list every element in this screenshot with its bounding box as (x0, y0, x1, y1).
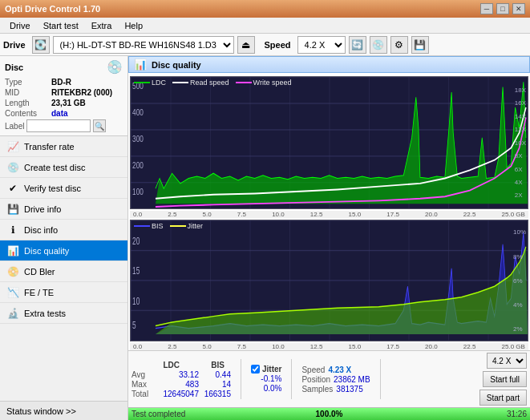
menu-extra[interactable]: Extra (85, 19, 119, 32)
bis-header: BIS (192, 361, 225, 370)
total-ldc: 12645047 (157, 390, 199, 398)
sidebar: Disc 💿 Type BD-R MID RITEKBR2 (000) Leng… (0, 56, 128, 420)
menu-drive[interactable]: Drive (3, 19, 37, 32)
lower-chart-legend: BIS Jitter (134, 222, 203, 230)
drive-label: Drive (3, 40, 26, 50)
start-full-button[interactable]: Start full (483, 371, 527, 387)
drivebar: Drive 💽 (H:) HL-DT-ST BD-RE WH16NS48 1.D… (0, 34, 530, 56)
avg-ldc: 33.12 (157, 370, 199, 379)
quality-speed-select[interactable]: 4.2 X (487, 353, 527, 369)
svg-text:20: 20 (132, 236, 140, 247)
svg-text:300: 300 (132, 135, 144, 143)
settings-button[interactable]: ⚙ (390, 36, 408, 54)
max-label: Max (131, 380, 154, 389)
app-title: Opti Drive Control 1.70 (5, 4, 100, 14)
window-controls: ─ □ ✕ (480, 3, 525, 14)
contents-value: data (51, 109, 68, 118)
contents-label: Contents (5, 109, 51, 118)
sidebar-item-disc-info[interactable]: ℹ Disc info (0, 220, 127, 240)
ldc-legend: LDC (152, 79, 166, 87)
progress-bar-container: Test completed 100.0% 31:26 (128, 407, 530, 420)
sidebar-item-drive-info[interactable]: 💾 Drive info (0, 199, 127, 220)
refresh-button[interactable]: 🔄 (349, 36, 366, 54)
drive-info-icon: 💾 (6, 204, 19, 215)
label-label: Label (5, 122, 24, 131)
total-bis: 166315 (202, 390, 231, 398)
sidebar-item-create-test-disc[interactable]: 💿 Create test disc (0, 157, 127, 178)
extra-tests-label: Extra tests (24, 309, 66, 318)
svg-text:100: 100 (132, 188, 144, 196)
sidebar-item-cd-bler[interactable]: 📀 CD Bler (0, 261, 127, 282)
menu-start-test[interactable]: Start test (37, 19, 85, 32)
total-label: Total (131, 390, 154, 398)
speed-label: Speed (265, 40, 291, 50)
samples-label: Samples (301, 385, 333, 394)
drive-select[interactable]: (H:) HL-DT-ST BD-RE WH16NS48 1.D3 (53, 36, 234, 54)
sidebar-item-fe-te[interactable]: 📉 FE / TE (0, 282, 127, 303)
menu-help[interactable]: Help (118, 19, 149, 32)
eject-button[interactable]: ⏏ (237, 36, 255, 54)
ldc-header: LDC (131, 361, 180, 370)
mid-label: MID (5, 88, 51, 97)
svg-text:10: 10 (132, 297, 140, 307)
minimize-button[interactable]: ─ (480, 3, 493, 14)
label-search-button[interactable]: 🔍 (93, 119, 106, 132)
length-label: Length (5, 99, 51, 107)
create-test-disc-icon: 💿 (6, 162, 19, 173)
transfer-rate-label: Transfer rate (24, 142, 75, 151)
disc-panel-title: Disc (5, 63, 23, 72)
disc-info-label: Disc info (24, 225, 58, 235)
label-input[interactable] (26, 119, 91, 132)
sidebar-item-disc-quality[interactable]: 📊 Disc quality (0, 240, 127, 261)
close-button[interactable]: ✕ (512, 3, 525, 14)
svg-text:200: 200 (132, 161, 144, 170)
svg-text:15: 15 (132, 266, 140, 277)
progress-percent: 100.0% (316, 410, 343, 418)
upper-x-axis: 0.02.55.07.510.012.515.017.520.022.525.0… (130, 211, 528, 218)
save-button[interactable]: 💾 (411, 36, 429, 54)
drive-icon: 💽 (32, 36, 50, 54)
avg-jitter: -0.1% (251, 374, 281, 383)
lower-x-axis: 0.02.55.07.510.012.515.017.520.022.525.0… (130, 343, 528, 350)
sidebar-item-verify-test-disc[interactable]: ✔ Verify test disc (0, 178, 127, 199)
mid-value: RITEKBR2 (000) (51, 88, 112, 97)
samples-value: 381375 (336, 385, 362, 394)
write-speed-legend: Write speed (253, 79, 292, 87)
verify-test-disc-icon: ✔ (6, 183, 19, 194)
cd-bler-label: CD Bler (24, 267, 55, 277)
sidebar-item-transfer-rate[interactable]: 📈 Transfer rate (0, 136, 127, 157)
speed-select[interactable]: 4.2 X (297, 36, 346, 54)
sidebar-item-extra-tests[interactable]: 🔬 Extra tests (0, 303, 127, 324)
bis-legend: BIS (152, 222, 164, 230)
max-jitter: 0.0% (251, 384, 281, 393)
progress-status: Test completed (131, 410, 185, 418)
max-ldc: 483 (157, 380, 199, 389)
progress-time: 31:26 (507, 410, 527, 418)
jitter-checkbox[interactable] (251, 365, 260, 374)
status-window-label: Status window >> (6, 406, 76, 416)
right-panel: 📊 Disc quality LDC Read speed Write spee… (128, 56, 530, 420)
quality-title: Disc quality (152, 60, 201, 70)
create-test-disc-label: Create test disc (24, 163, 85, 172)
disc-button[interactable]: 💿 (370, 36, 387, 54)
extra-tests-icon: 🔬 (6, 308, 19, 319)
status-window-button[interactable]: Status window >> (0, 401, 127, 420)
start-part-button[interactable]: Start part (479, 390, 527, 406)
avg-bis: 0.44 (202, 370, 231, 379)
verify-test-disc-label: Verify test disc (24, 184, 81, 193)
jitter-legend: Jitter (188, 222, 204, 230)
fe-te-icon: 📉 (6, 287, 19, 298)
svg-text:5: 5 (132, 321, 136, 331)
svg-text:400: 400 (132, 108, 144, 117)
disc-panel: Disc 💿 Type BD-R MID RITEKBR2 (000) Leng… (0, 56, 127, 136)
stats-bar: LDC BIS Avg 33.12 0.44 Max 483 14 Total … (128, 350, 530, 407)
drive-info-label: Drive info (24, 204, 61, 214)
read-speed-legend: Read speed (190, 79, 229, 87)
disc-info-icon: ℹ (6, 224, 19, 236)
max-bis: 14 (202, 380, 231, 389)
disc-quality-icon: 📊 (6, 245, 19, 256)
titlebar: Opti Drive Control 1.70 ─ □ ✕ (0, 0, 530, 18)
quality-header: 📊 Disc quality (128, 56, 530, 73)
disc-icon: 💿 (107, 59, 123, 75)
maximize-button[interactable]: □ (496, 3, 509, 14)
